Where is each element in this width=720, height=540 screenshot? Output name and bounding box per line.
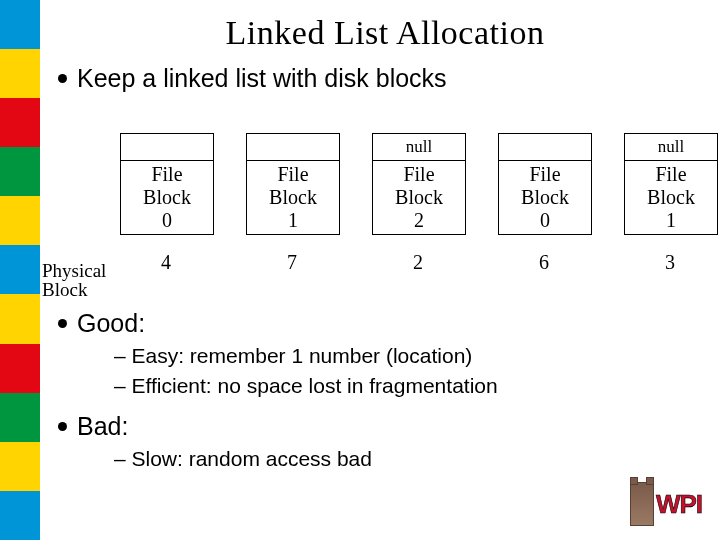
- file-block: nullFile Block 2: [372, 133, 466, 235]
- block-label: File Block 0: [121, 161, 213, 234]
- bullet-text: Good:: [77, 307, 145, 340]
- sub-bullet: – Easy: remember 1 number (location): [114, 343, 720, 369]
- bullet-dot-icon: [58, 422, 67, 431]
- block-label: File Block 2: [373, 161, 465, 234]
- block-pointer-cell: [247, 134, 339, 161]
- physical-block-label: Physical Block: [42, 261, 106, 301]
- bullet-keep: Keep a linked list with disk blocks: [58, 62, 720, 95]
- block-pointer-cell: null: [625, 134, 717, 161]
- physical-block-number: 7: [246, 251, 338, 274]
- physical-block-number: 2: [372, 251, 464, 274]
- slide-content: Linked List Allocation Keep a linked lis…: [50, 0, 720, 540]
- linked-list-diagram: Physical Block File Block 04File Block 1…: [50, 103, 720, 303]
- file-block: File Block 0: [120, 133, 214, 235]
- block-label: File Block 1: [625, 161, 717, 234]
- block-pointer-cell: [121, 134, 213, 161]
- bullet-dot-icon: [58, 74, 67, 83]
- decorative-color-stripe: [0, 0, 40, 540]
- sub-bullet: – Slow: random access bad: [114, 446, 720, 472]
- physical-block-number: 3: [624, 251, 716, 274]
- bullet-text: Bad:: [77, 410, 128, 443]
- bullet-bad: Bad:: [58, 410, 720, 443]
- file-block: File Block 0: [498, 133, 592, 235]
- wpi-text: WPI: [656, 489, 702, 520]
- tower-icon: [630, 482, 654, 526]
- block-pointer-cell: null: [373, 134, 465, 161]
- bullet-good: Good:: [58, 307, 720, 340]
- wpi-logo: WPI: [630, 482, 702, 526]
- block-label: File Block 0: [499, 161, 591, 234]
- physical-block-number: 6: [498, 251, 590, 274]
- block-label: File Block 1: [247, 161, 339, 234]
- slide-title: Linked List Allocation: [50, 14, 720, 52]
- file-block: nullFile Block 1: [624, 133, 718, 235]
- bullet-text: Keep a linked list with disk blocks: [77, 62, 447, 95]
- block-pointer-cell: [499, 134, 591, 161]
- sub-bullet: – Efficient: no space lost in fragmentat…: [114, 373, 720, 399]
- file-block: File Block 1: [246, 133, 340, 235]
- bullet-dot-icon: [58, 319, 67, 328]
- physical-block-number: 4: [120, 251, 212, 274]
